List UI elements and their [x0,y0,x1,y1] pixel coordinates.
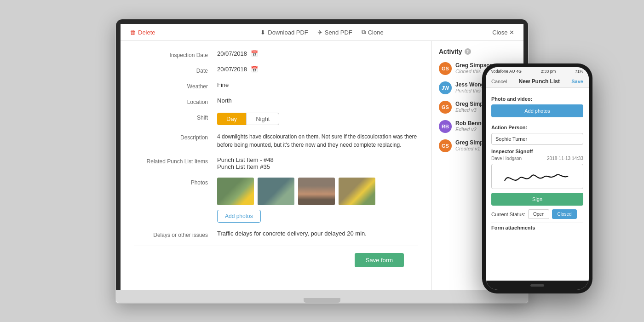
related-label: Related Punch List Items [134,156,217,165]
phone-signoff-info: Dave Hodgson 2018-11-13 14:33 [491,156,583,161]
phone-cancel-button[interactable]: Cancel [491,79,507,84]
shift-buttons: Day Night [217,113,418,125]
activity-avatar-2: JW [439,81,452,94]
send-icon: ✈ [317,29,322,36]
photos-area: Add photos [217,178,418,223]
description-row: Description 4 downlights have discoloura… [134,132,418,149]
location-row: Location North [134,97,418,105]
date-value: 20/07/2018 📅 [217,66,418,73]
phone-status-row: Current Status: Open Closed [491,209,583,219]
activity-help-icon[interactable]: ? [465,48,471,55]
phone-status-bar: vodafone AU 4G 2:33 pm 71% [486,67,589,75]
add-photos-button[interactable]: Add photos [217,210,261,223]
phone-time: 2:33 pm [541,69,556,74]
clone-button[interactable]: ⧉ Clone [362,29,384,36]
date-label: Date [134,66,217,74]
phone-nav-title: New Punch List [519,78,560,85]
screen-bezel: 🗑 Delete ⬇ Download PDF ✈ Send PDF ⧉ [116,19,528,290]
clone-icon: ⧉ [362,29,366,36]
photo-4[interactable] [339,178,375,205]
save-form-button[interactable]: Save form [355,253,404,267]
photo-2[interactable] [258,178,294,205]
photos-row: Photos Add photos [134,178,418,223]
laptop-shell: 🗑 Delete ⬇ Download PDF ✈ Send PDF ⧉ [115,18,529,304]
activity-title: Activity ? [439,48,517,55]
phone-inner: vodafone AU 4G 2:33 pm 71% Cancel New Pu… [486,67,589,290]
send-pdf-button[interactable]: ✈ Send PDF [317,29,352,36]
toolbar: 🗑 Delete ⬇ Download PDF ✈ Send PDF ⧉ [121,24,523,41]
main-content: Inspection Date 20/07/2018 📅 Date 20/07/… [121,41,523,290]
related-row: Related Punch List Items Punch List Item… [134,156,418,170]
phone-content: Photo and video: Add photos Action Perso… [486,88,589,281]
phone-current-status-label: Current Status: [491,212,525,217]
close-button[interactable]: Close ✕ [492,29,514,36]
form-area: Inspection Date 20/07/2018 📅 Date 20/07/… [121,41,431,290]
phone-nav: Cancel New Punch List Save [486,75,589,88]
phone-save-button[interactable]: Save [571,79,583,84]
location-value: North [217,97,418,104]
close-icon: ✕ [509,29,514,36]
delays-label: Delays or other issues [134,230,217,238]
phone-status-closed-button[interactable]: Closed [552,209,576,219]
inspection-date-row: Inspection Date 20/07/2018 📅 [134,50,418,58]
activity-avatar-1: GS [439,62,452,75]
related-item-2: Punch List Item #35 [217,163,418,170]
laptop-base [116,290,528,303]
weather-row: Weather Fine [134,81,418,90]
shift-night-button[interactable]: Night [246,113,279,125]
shift-day-button[interactable]: Day [217,113,246,125]
download-pdf-button[interactable]: ⬇ Download PDF [260,29,308,36]
activity-avatar-4: RB [439,120,452,133]
description-label: Description [134,132,217,141]
signature-box [491,164,583,189]
calendar-icon[interactable]: 📅 [251,50,258,57]
home-button[interactable] [530,284,544,287]
activity-avatar-5: GS [439,139,452,152]
delete-button[interactable]: 🗑 Delete [130,29,155,36]
laptop-notch [304,298,340,303]
description-value: 4 downlights have discolouration on them… [217,132,418,149]
related-item-1: Punch List Item - #48 [217,156,418,163]
phone-signoff-name: Dave Hodgson [491,156,522,161]
weather-label: Weather [134,81,217,90]
calendar-icon-2[interactable]: 📅 [251,66,258,73]
activity-avatar-3: GS [439,101,452,114]
phone-inspector-signoff-label: Inspector Signoff [491,149,583,154]
phone-overlay: vodafone AU 4G 2:33 pm 71% Cancel New Pu… [482,63,592,293]
phone-sign-button[interactable]: Sign [491,193,583,206]
photos-container [217,178,418,205]
phone-status-open-button[interactable]: Open [528,209,549,219]
related-items: Punch List Item - #48 Punch List Item #3… [217,156,418,170]
date-row: Date 20/07/2018 📅 [134,66,418,74]
phone-signoff-date: 2018-11-13 14:33 [547,156,583,161]
save-form-row: Save form [134,246,418,274]
trash-icon: 🗑 [130,29,136,36]
inspection-date-label: Inspection Date [134,50,217,58]
photo-3[interactable] [298,178,335,205]
download-icon: ⬇ [260,29,265,36]
phone-battery: 71% [575,69,583,74]
phone-add-photos-button[interactable]: Add photos [491,104,583,117]
phone-action-person-label: Action Person: [491,125,583,130]
inspection-date-value: 20/07/2018 📅 [217,50,418,57]
location-label: Location [134,97,217,105]
phone-action-person-field[interactable]: Sophie Turner [491,133,583,145]
laptop-screen: 🗑 Delete ⬇ Download PDF ✈ Send PDF ⧉ [121,24,523,290]
photos-label: Photos [134,178,217,186]
phone-divider [491,223,583,223]
delays-row: Delays or other issues Traffic delays fo… [134,230,418,238]
delays-value: Traffic delays for concrete delivery, po… [217,230,418,237]
phone-photo-video-label: Photo and video: [491,96,583,102]
phone-form-attachments-label: Form attachments [491,225,583,230]
photo-1[interactable] [217,178,254,205]
signature-svg [492,164,583,189]
shift-row: Shift Day Night [134,113,418,125]
phone-carrier: vodafone AU 4G [491,69,522,74]
shift-value: Day Night [217,113,418,125]
weather-value: Fine [217,81,418,88]
shift-label: Shift [134,113,217,121]
phone-home-indicator [486,281,589,290]
